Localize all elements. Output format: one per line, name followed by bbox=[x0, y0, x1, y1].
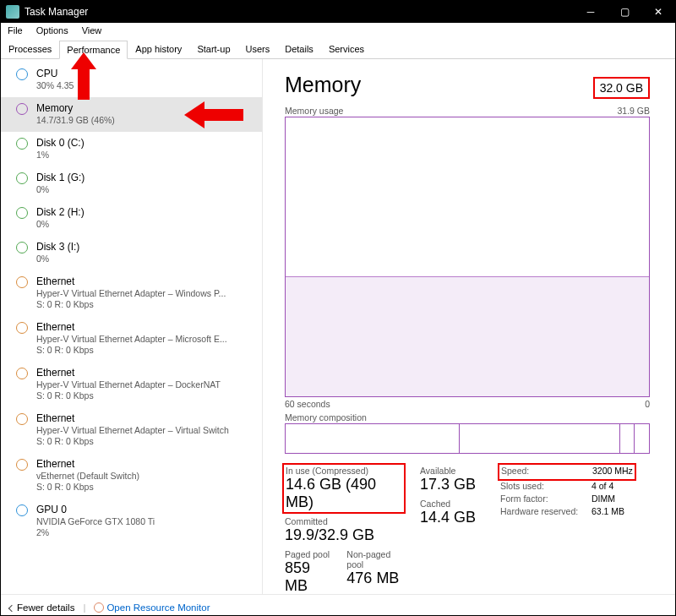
svg-marker-0 bbox=[184, 101, 243, 128]
sidebar-item-name: CPU bbox=[36, 68, 254, 79]
sidebar-item-sub: 0% bbox=[36, 184, 254, 194]
status-ring-icon bbox=[16, 68, 28, 80]
status-ring-icon bbox=[16, 276, 28, 288]
sidebar-item-sub: 30% 4.35 bbox=[36, 80, 254, 90]
sidebar-item-sub: 0% bbox=[36, 253, 254, 264]
hw-value: 63.1 MB bbox=[592, 506, 624, 516]
memory-panel: Memory 32.0 GB Memory usage31.9 GB 60 se… bbox=[263, 59, 675, 594]
sidebar-item-gpu-0-11[interactable]: GPU 0NVIDIA GeForce GTX 1080 Ti2% bbox=[1, 499, 262, 544]
sidebar-item-sub2: S: 0 R: 0 Kbps bbox=[36, 345, 254, 355]
fewer-details-button[interactable]: Fewer details bbox=[9, 602, 74, 613]
in-use-value: 14.6 GB (490 MB) bbox=[286, 476, 402, 511]
memory-total: 32.0 GB bbox=[593, 77, 650, 99]
sidebar-item-sub: vEthernet (Default Switch) bbox=[36, 471, 254, 481]
tab-details[interactable]: Details bbox=[277, 40, 321, 58]
tab-services[interactable]: Services bbox=[321, 40, 372, 58]
status-ring-icon bbox=[16, 138, 28, 150]
status-ring-icon bbox=[16, 207, 28, 219]
chevron-up-icon bbox=[8, 604, 15, 611]
chart-xright: 0 bbox=[645, 399, 650, 409]
sidebar-item-name: Ethernet bbox=[36, 412, 254, 424]
close-button[interactable]: ✕ bbox=[641, 1, 675, 23]
tab-processes[interactable]: Processes bbox=[1, 40, 59, 58]
sidebar-item-ethernet-6[interactable]: EthernetHyper-V Virtual Ethernet Adapter… bbox=[1, 270, 262, 316]
sidebar-item-sub: 0% bbox=[36, 219, 254, 229]
window-titlebar: Task Manager ─ ▢ ✕ bbox=[1, 1, 675, 23]
status-ring-icon bbox=[16, 368, 28, 379]
performance-sidebar: CPU30% 4.35Memory14.7/31.9 GB (46%)Disk … bbox=[1, 59, 263, 594]
form-value: DIMM bbox=[592, 493, 615, 504]
sidebar-item-sub2: S: 0 R: 0 Kbps bbox=[36, 482, 254, 492]
sidebar-item-sub: Hyper-V Virtual Ethernet Adapter – Virtu… bbox=[36, 425, 254, 435]
available-value: 17.3 GB bbox=[420, 476, 483, 493]
sidebar-item-ethernet-7[interactable]: EthernetHyper-V Virtual Ethernet Adapter… bbox=[1, 316, 262, 362]
status-ring-icon bbox=[16, 103, 28, 115]
tab-users[interactable]: Users bbox=[238, 40, 278, 58]
speed-label: Speed: bbox=[501, 466, 592, 476]
status-ring-icon bbox=[16, 242, 28, 253]
sidebar-item-sub: Hyper-V Virtual Ethernet Adapter – Windo… bbox=[36, 288, 254, 298]
window-title: Task Manager bbox=[25, 6, 574, 18]
sidebar-item-sub: Hyper-V Virtual Ethernet Adapter – Docke… bbox=[36, 379, 254, 390]
sidebar-item-sub: Hyper-V Virtual Ethernet Adapter – Micro… bbox=[36, 334, 254, 344]
status-ring-icon bbox=[16, 172, 28, 184]
cached-value: 14.4 GB bbox=[420, 509, 483, 526]
nonpaged-label: Non-paged pool bbox=[346, 549, 403, 570]
sidebar-item-sub2: S: 0 R: 0 Kbps bbox=[36, 390, 254, 401]
slots-value: 4 of 4 bbox=[592, 481, 613, 491]
tab-startup[interactable]: Start-up bbox=[189, 40, 237, 58]
sidebar-item-sub2: 2% bbox=[36, 527, 254, 537]
comp-label: Memory composition bbox=[285, 412, 367, 422]
sidebar-item-disk-0-c--2[interactable]: Disk 0 (C:)1% bbox=[1, 132, 262, 166]
sidebar-item-disk-1-g--3[interactable]: Disk 1 (G:)0% bbox=[1, 166, 262, 201]
open-resource-monitor-link[interactable]: Open Resource Monitor bbox=[94, 602, 210, 613]
annotation-arrow-up-icon bbox=[71, 52, 96, 100]
svg-marker-1 bbox=[71, 52, 96, 100]
memory-usage-chart bbox=[285, 117, 650, 397]
committed-value: 19.9/32.9 GB bbox=[285, 526, 403, 544]
sidebar-item-name: Ethernet bbox=[36, 321, 254, 333]
sidebar-item-disk-3-i--5[interactable]: Disk 3 (I:)0% bbox=[1, 236, 262, 270]
cached-label: Cached bbox=[420, 499, 483, 509]
sidebar-item-name: Disk 3 (I:) bbox=[36, 241, 254, 253]
tab-app-history[interactable]: App history bbox=[128, 40, 189, 58]
paged-label: Paged pool bbox=[285, 549, 331, 559]
status-ring-icon bbox=[16, 504, 28, 516]
menu-bar: File Options View bbox=[1, 23, 675, 40]
menu-view[interactable]: View bbox=[75, 23, 109, 40]
sidebar-item-disk-2-h--4[interactable]: Disk 2 (H:)0% bbox=[1, 201, 262, 236]
annotation-arrow-right-icon bbox=[184, 101, 243, 128]
paged-value: 859 MB bbox=[285, 559, 331, 595]
chart-max: 31.9 GB bbox=[617, 106, 650, 116]
nonpaged-value: 476 MB bbox=[346, 570, 403, 587]
maximize-button[interactable]: ▢ bbox=[608, 1, 641, 23]
sidebar-item-name: Disk 2 (H:) bbox=[36, 206, 254, 218]
sidebar-item-sub2: S: 0 R: 0 Kbps bbox=[36, 436, 254, 446]
form-label: Form factor: bbox=[500, 493, 592, 504]
menu-file[interactable]: File bbox=[1, 23, 30, 40]
sidebar-item-ethernet-10[interactable]: EthernetvEthernet (Default Switch)S: 0 R… bbox=[1, 453, 262, 499]
tab-bar: Processes Performance App history Start-… bbox=[1, 40, 675, 59]
sidebar-item-ethernet-9[interactable]: EthernetHyper-V Virtual Ethernet Adapter… bbox=[1, 407, 262, 453]
available-label: Available bbox=[420, 466, 483, 476]
sidebar-item-name: Ethernet bbox=[36, 275, 254, 287]
resource-monitor-icon bbox=[94, 602, 104, 613]
chart-label: Memory usage bbox=[285, 106, 343, 116]
sidebar-item-ethernet-8[interactable]: EthernetHyper-V Virtual Ethernet Adapter… bbox=[1, 362, 262, 407]
status-ring-icon bbox=[16, 459, 28, 471]
menu-options[interactable]: Options bbox=[30, 23, 75, 40]
sidebar-item-name: Ethernet bbox=[36, 367, 254, 379]
sidebar-item-name: GPU 0 bbox=[36, 504, 254, 515]
sidebar-item-cpu-0[interactable]: CPU30% 4.35 bbox=[1, 63, 262, 97]
speed-value: 3200 MHz bbox=[592, 466, 633, 476]
status-ring-icon bbox=[16, 413, 28, 425]
minimize-button[interactable]: ─ bbox=[574, 1, 608, 23]
sidebar-item-name: Disk 1 (G:) bbox=[36, 172, 254, 183]
memory-composition-chart bbox=[285, 423, 650, 454]
sidebar-item-name: Disk 0 (C:) bbox=[36, 137, 254, 149]
hw-label: Hardware reserved: bbox=[500, 506, 592, 516]
memory-info-table: Speed:3200 MHz Slots used:4 of 4 Form fa… bbox=[500, 466, 634, 600]
status-ring-icon bbox=[16, 322, 28, 334]
in-use-label: In use (Compressed) bbox=[286, 466, 402, 476]
sidebar-item-name: Ethernet bbox=[36, 458, 254, 470]
